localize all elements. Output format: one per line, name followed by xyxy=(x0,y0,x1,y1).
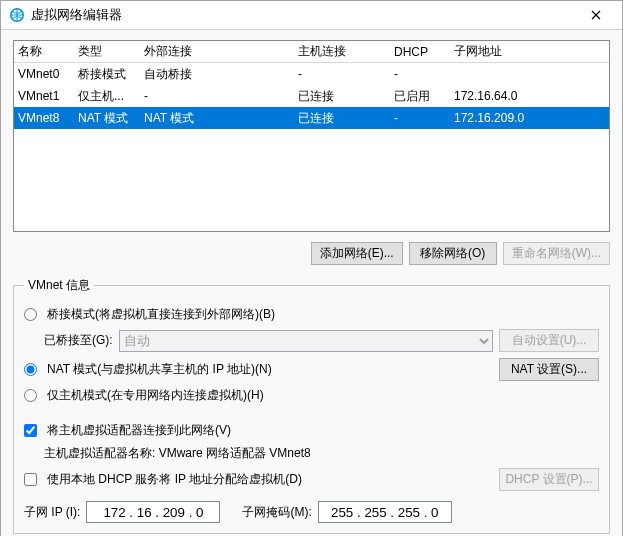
bridge-to-label: 已桥接至(G): xyxy=(44,332,113,349)
col-type[interactable]: 类型 xyxy=(78,43,144,60)
nat-mode-label[interactable]: NAT 模式(与虚拟机共享主机的 IP 地址)(N) xyxy=(47,361,272,378)
bridge-to-select: 自动 xyxy=(119,330,493,352)
bridge-to-row: 已桥接至(G): 自动 自动设置(U)... xyxy=(44,329,599,352)
col-name[interactable]: 名称 xyxy=(18,43,78,60)
col-host[interactable]: 主机连接 xyxy=(298,43,394,60)
network-action-bar: 添加网络(E)... 移除网络(O) 重命名网络(W)... xyxy=(13,232,610,271)
bridge-mode-radio[interactable] xyxy=(24,308,37,321)
hostonly-mode-label[interactable]: 仅主机模式(在专用网络内连接虚拟机)(H) xyxy=(47,387,264,404)
nat-mode-radio[interactable] xyxy=(24,363,37,376)
col-subnet[interactable]: 子网地址 xyxy=(454,43,609,60)
bridge-mode-row: 桥接模式(将虚拟机直接连接到外部网络)(B) xyxy=(24,306,599,323)
subnet-mask-input[interactable] xyxy=(318,501,452,523)
subnet-ip-input[interactable] xyxy=(86,501,220,523)
close-button[interactable] xyxy=(574,1,618,29)
host-adapter-label[interactable]: 将主机虚拟适配器连接到此网络(V) xyxy=(47,422,231,439)
add-network-button[interactable]: 添加网络(E)... xyxy=(311,242,403,265)
vmnet-info-legend: VMnet 信息 xyxy=(24,277,94,294)
auto-settings-button: 自动设置(U)... xyxy=(499,329,599,352)
table-row[interactable]: VMnet0 桥接模式 自动桥接 - - xyxy=(14,63,609,85)
host-adapter-name: 主机虚拟适配器名称: VMware 网络适配器 VMnet8 xyxy=(44,445,599,462)
rename-network-button: 重命名网络(W)... xyxy=(503,242,610,265)
subnet-ip-label: 子网 IP (I): xyxy=(24,504,80,521)
dhcp-settings-button: DHCP 设置(P)... xyxy=(499,468,599,491)
client-area: 名称 类型 外部连接 主机连接 DHCP 子网地址 VMnet0 桥接模式 自动… xyxy=(1,30,622,536)
titlebar: 虚拟网络编辑器 xyxy=(1,1,622,30)
col-ext[interactable]: 外部连接 xyxy=(144,43,298,60)
nat-settings-button[interactable]: NAT 设置(S)... xyxy=(499,358,599,381)
table-row-selected[interactable]: VMnet8 NAT 模式 NAT 模式 已连接 - 172.16.209.0 xyxy=(14,107,609,129)
remove-network-button[interactable]: 移除网络(O) xyxy=(409,242,497,265)
host-adapter-row: 将主机虚拟适配器连接到此网络(V) xyxy=(24,422,599,439)
col-dhcp[interactable]: DHCP xyxy=(394,45,454,59)
vmnet-info-group: VMnet 信息 桥接模式(将虚拟机直接连接到外部网络)(B) 已桥接至(G):… xyxy=(13,277,610,534)
dhcp-checkbox[interactable] xyxy=(24,473,37,486)
table-header: 名称 类型 外部连接 主机连接 DHCP 子网地址 xyxy=(14,41,609,63)
app-icon xyxy=(9,7,25,23)
table-row[interactable]: VMnet1 仅主机... - 已连接 已启用 172.16.64.0 xyxy=(14,85,609,107)
host-adapter-checkbox[interactable] xyxy=(24,424,37,437)
subnet-mask-label: 子网掩码(M): xyxy=(242,504,311,521)
window-title: 虚拟网络编辑器 xyxy=(31,6,574,24)
window-frame: 虚拟网络编辑器 名称 类型 外部连接 主机连接 DHCP 子网地址 VMnet0… xyxy=(0,0,623,536)
dhcp-row: 使用本地 DHCP 服务将 IP 地址分配给虚拟机(D) DHCP 设置(P).… xyxy=(24,468,599,491)
hostonly-mode-radio[interactable] xyxy=(24,389,37,402)
subnet-row: 子网 IP (I): 子网掩码(M): xyxy=(24,501,599,523)
hostonly-mode-row: 仅主机模式(在专用网络内连接虚拟机)(H) xyxy=(24,387,599,404)
dhcp-label[interactable]: 使用本地 DHCP 服务将 IP 地址分配给虚拟机(D) xyxy=(47,471,302,488)
bridge-mode-label[interactable]: 桥接模式(将虚拟机直接连接到外部网络)(B) xyxy=(47,306,275,323)
network-table: 名称 类型 外部连接 主机连接 DHCP 子网地址 VMnet0 桥接模式 自动… xyxy=(13,40,610,232)
nat-mode-row: NAT 模式(与虚拟机共享主机的 IP 地址)(N) NAT 设置(S)... xyxy=(24,358,599,381)
